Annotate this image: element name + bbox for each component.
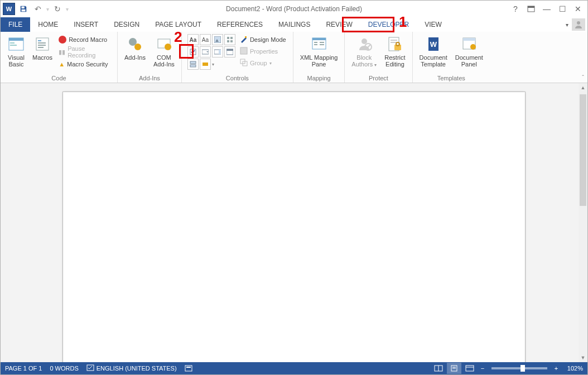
svg-rect-34	[190, 65, 196, 67]
scroll-down-arrow[interactable]: ▼	[579, 353, 587, 362]
zoom-out-button[interactable]: −	[478, 365, 487, 372]
document-page[interactable]	[63, 92, 525, 362]
word-app-icon[interactable]: W	[3, 3, 15, 15]
help-button[interactable]: ?	[508, 3, 523, 15]
qat-customize-dropdown[interactable]: ▾	[66, 6, 69, 12]
ribbon-display-options-button[interactable]	[524, 3, 538, 15]
vertical-scrollbar[interactable]: ▲ ▼	[579, 83, 587, 362]
tab-design[interactable]: DESIGN	[106, 17, 147, 32]
title-bar: W ↶ ▾ ↻ ▾ Document2 - Word (Product Acti…	[1, 1, 587, 17]
record-macro-button[interactable]: Record Macro	[57, 34, 113, 45]
svg-rect-16	[38, 47, 44, 48]
com-addins-label: COM Add-Ins	[153, 54, 175, 68]
zoom-in-button[interactable]: +	[552, 365, 561, 372]
tab-page-layout[interactable]: PAGE LAYOUT	[147, 17, 209, 32]
record-icon	[59, 36, 66, 44]
tab-mailings[interactable]: MAILINGS	[271, 17, 318, 32]
svg-rect-60	[185, 366, 192, 371]
macro-security-label: Macro Security	[67, 61, 108, 68]
svg-rect-50	[391, 40, 397, 41]
group-control-label: Group	[250, 60, 267, 66]
picture-control-button[interactable]	[212, 34, 223, 45]
macro-security-button[interactable]: ▲ Macro Security	[57, 59, 113, 70]
page-status[interactable]: PAGE 1 OF 1	[5, 365, 42, 372]
com-addins-button[interactable]: COM Add-Ins	[151, 34, 177, 69]
tab-view[interactable]: VIEW	[417, 17, 450, 32]
macros-icon	[33, 35, 51, 53]
zoom-slider-knob[interactable]	[520, 365, 525, 372]
combobox-control-button[interactable]	[200, 46, 211, 57]
svg-point-20	[165, 44, 171, 50]
document-template-icon: W	[425, 35, 442, 53]
group-code: Visual Basic Macros Record Macro ▮▮ Paus…	[1, 32, 118, 83]
legacy-tools-button[interactable]	[200, 59, 211, 70]
group-mapping: XML Mapping Pane Mapping	[293, 32, 345, 83]
language-label: ENGLISH (UNITED STATES)	[97, 365, 177, 372]
scroll-thumb[interactable]	[580, 94, 586, 206]
ribbon-options-dropdown[interactable]: ▾	[566, 22, 568, 28]
svg-point-46	[362, 39, 367, 44]
svg-rect-6	[528, 6, 534, 8]
svg-rect-57	[463, 38, 475, 41]
macro-recorder-status[interactable]	[185, 364, 192, 372]
print-layout-button[interactable]	[447, 363, 461, 374]
rich-text-control-button[interactable]: Aa	[187, 34, 199, 45]
repeating-section-control-button[interactable]	[187, 59, 199, 70]
save-button[interactable]	[17, 3, 30, 15]
svg-rect-35	[203, 62, 208, 66]
warning-icon: ▲	[59, 61, 65, 68]
svg-point-18	[134, 44, 141, 50]
zoom-slider[interactable]	[491, 367, 547, 369]
zoom-level[interactable]: 102%	[562, 365, 583, 372]
web-layout-button[interactable]	[462, 363, 477, 374]
visual-basic-button[interactable]: Visual Basic	[5, 34, 27, 69]
minimize-button[interactable]: —	[539, 3, 554, 15]
group-addins-label: Add-Ins	[139, 74, 160, 81]
visual-basic-label: Visual Basic	[8, 54, 25, 68]
document-panel-button[interactable]: Document Panel	[453, 34, 485, 69]
block-authors-icon	[355, 35, 373, 53]
ribbon: Visual Basic Macros Record Macro ▮▮ Paus…	[1, 32, 587, 83]
svg-rect-4	[22, 9, 26, 12]
plain-text-control-button[interactable]: Aa	[200, 34, 211, 45]
svg-rect-45	[320, 44, 324, 45]
close-button[interactable]: ✕	[571, 3, 585, 15]
building-block-control-button[interactable]	[224, 34, 235, 45]
tab-review[interactable]: REVIEW	[318, 17, 360, 32]
group-addins: Add-Ins COM Add-Ins Add-Ins	[118, 32, 182, 83]
checkbox-control-button[interactable]	[187, 46, 199, 57]
dropdown-control-button[interactable]	[212, 46, 223, 57]
legacy-tools-dropdown[interactable]: ▾	[212, 62, 214, 67]
tab-references[interactable]: REFERENCES	[209, 17, 271, 32]
restrict-editing-button[interactable]: Restrict Editing	[382, 34, 407, 69]
tab-home[interactable]: HOME	[30, 17, 66, 32]
group-code-label: Code	[51, 74, 66, 81]
xml-mapping-pane-button[interactable]: XML Mapping Pane	[298, 34, 340, 69]
tab-developer[interactable]: DEVELOPER	[360, 17, 417, 32]
svg-rect-14	[38, 42, 46, 44]
read-mode-button[interactable]	[431, 363, 446, 374]
qat-dropdown-undo[interactable]: ▾	[46, 6, 49, 12]
svg-rect-42	[314, 42, 317, 43]
design-mode-button[interactable]: Design Mode	[239, 34, 287, 45]
group-templates-label: Templates	[437, 74, 465, 81]
maximize-button[interactable]: ☐	[555, 3, 570, 15]
group-icon	[240, 59, 248, 68]
word-count-status[interactable]: 0 WORDS	[50, 365, 78, 372]
tab-file[interactable]: FILE	[1, 17, 30, 32]
language-status[interactable]: ENGLISH (UNITED STATES)	[86, 364, 177, 373]
addins-button[interactable]: Add-Ins	[122, 34, 148, 62]
document-area: ▲ ▼	[1, 83, 587, 362]
undo-button[interactable]: ↶	[32, 3, 44, 15]
user-account-icon[interactable]	[572, 18, 585, 31]
xml-mapping-icon	[310, 35, 328, 53]
datepicker-control-button[interactable]	[224, 46, 235, 57]
macros-button[interactable]: Macros	[31, 34, 54, 62]
document-template-button[interactable]: W Document Template	[417, 34, 450, 69]
group-controls-label: Controls	[226, 74, 249, 81]
tab-insert[interactable]: INSERT	[66, 17, 106, 32]
collapse-ribbon-button[interactable]: ˆ	[582, 74, 584, 81]
redo-button[interactable]: ↻	[51, 3, 64, 15]
scroll-up-arrow[interactable]: ▲	[579, 83, 587, 92]
block-authors-button[interactable]: Block Authors ▾	[349, 34, 379, 69]
